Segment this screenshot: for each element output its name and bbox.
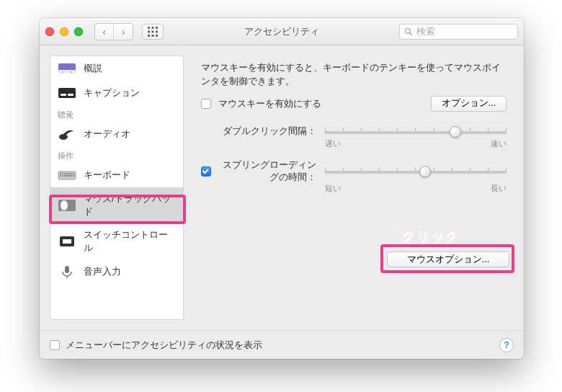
svg-rect-21 (62, 173, 63, 174)
spring-label: スプリングローディングの時間： (215, 159, 316, 184)
svg-rect-35 (63, 239, 71, 244)
sidebar-item-label: 音声入力 (84, 265, 121, 278)
close-button[interactable] (45, 27, 54, 36)
menubar-status-label: メニューバーにアクセシビリティの状況を表示 (66, 339, 262, 352)
svg-rect-31 (73, 175, 74, 177)
switch-icon (58, 234, 76, 249)
annotation-click: クリック (401, 227, 459, 246)
menubar-status-checkbox[interactable] (50, 340, 60, 350)
sidebar-item-keyboard[interactable]: キーボード (50, 163, 183, 187)
sidebar-item-captions[interactable]: キャプション (50, 81, 183, 105)
double-click-row: ダブルクリック間隔： (201, 125, 507, 139)
svg-rect-24 (68, 173, 70, 174)
mouse-icon (58, 198, 76, 213)
mousekeys-description: マウスキーを有効にすると、キーボードのテンキーを使ってマウスポインタを制御できま… (201, 61, 507, 89)
microphone-icon (58, 264, 76, 279)
svg-rect-17 (68, 94, 73, 96)
svg-rect-36 (65, 266, 69, 273)
svg-rect-25 (71, 173, 72, 174)
svg-rect-20 (60, 173, 61, 174)
window-controls (45, 27, 83, 36)
spring-row: スプリングローディングの時間： (201, 159, 507, 184)
slow-label: 遅い (325, 139, 341, 149)
minimize-button[interactable] (60, 27, 68, 36)
sidebar-item-label: キャプション (84, 86, 140, 99)
sidebar-item-mouse-trackpad[interactable]: マウス/トラックパッド (50, 187, 183, 223)
sidebar-item-audio[interactable]: オーディオ (50, 122, 183, 146)
sidebar-item-label: マウス/トラックパッド (84, 192, 176, 218)
sidebar-item-label: 概説 (84, 62, 102, 75)
svg-rect-6 (148, 35, 150, 37)
sidebar-item-general[interactable]: 概説 (50, 56, 183, 81)
double-click-sublabels: 遅い 速い (325, 139, 507, 149)
svg-rect-29 (64, 175, 70, 177)
svg-rect-0 (148, 27, 150, 29)
category-sidebar: 概説 キャプション 聴覚 オーディオ 操作 (50, 55, 184, 320)
svg-rect-23 (66, 173, 68, 174)
svg-line-10 (410, 32, 412, 35)
sidebar-group-interact: 操作 (50, 146, 183, 163)
svg-point-18 (59, 134, 68, 140)
help-button[interactable]: ? (499, 338, 514, 352)
sidebar-item-label: スイッチコントロール (84, 228, 176, 254)
svg-rect-7 (152, 35, 154, 37)
svg-rect-5 (156, 30, 158, 32)
search-icon (404, 27, 413, 36)
short-label: 短い (325, 184, 341, 194)
show-all-button[interactable] (142, 24, 164, 40)
svg-rect-27 (60, 175, 61, 177)
mousekeys-row: マウスキーを有効にする オプション... (201, 96, 507, 112)
spring-checkbox[interactable] (201, 166, 211, 177)
svg-rect-30 (71, 175, 72, 177)
svg-rect-16 (61, 94, 66, 96)
nav-buttons: ‹ › (94, 23, 133, 40)
svg-rect-3 (148, 30, 150, 32)
double-click-slider[interactable] (325, 125, 507, 139)
back-button[interactable]: ‹ (95, 24, 114, 40)
long-label: 長い (491, 184, 507, 194)
svg-rect-8 (156, 35, 158, 37)
keyboard-icon (58, 168, 76, 182)
sidebar-group-hearing: 聴覚 (50, 105, 183, 122)
mousekeys-options-button[interactable]: オプション... (431, 96, 507, 112)
general-icon (58, 61, 76, 76)
svg-point-33 (61, 200, 68, 210)
content-area: 概説 キャプション 聴覚 オーディオ 操作 (40, 45, 524, 330)
svg-rect-1 (152, 27, 154, 29)
search-placeholder: 検索 (416, 25, 435, 38)
sidebar-item-switch-control[interactable]: スイッチコントロール (50, 223, 183, 259)
mousekeys-checkbox[interactable] (201, 99, 211, 109)
svg-rect-26 (73, 173, 74, 174)
fast-label: 速い (491, 139, 507, 149)
svg-rect-22 (64, 173, 66, 174)
preferences-window: ‹ › アクセシビリティ 検索 (40, 18, 524, 359)
svg-rect-4 (152, 30, 154, 32)
window-title: アクセシビリティ (244, 25, 319, 38)
sidebar-item-label: オーディオ (84, 128, 130, 141)
svg-rect-15 (58, 88, 76, 98)
spring-slider[interactable] (325, 164, 507, 179)
zoom-button[interactable] (74, 27, 83, 36)
grid-icon (148, 27, 158, 37)
svg-rect-12 (58, 70, 76, 74)
svg-point-14 (71, 71, 73, 74)
spring-sublabels: 短い 長い (325, 184, 507, 194)
captions-icon (58, 86, 76, 100)
svg-point-13 (62, 71, 64, 74)
search-field[interactable]: 検索 (399, 24, 518, 40)
sidebar-item-label: キーボード (84, 169, 130, 182)
sidebar-item-dictation[interactable]: 音声入力 (50, 259, 183, 284)
titlebar: ‹ › アクセシビリティ 検索 (40, 18, 524, 45)
forward-button[interactable]: › (114, 24, 133, 40)
svg-rect-2 (156, 27, 158, 29)
double-click-label: ダブルクリック間隔： (201, 125, 316, 138)
settings-panel: マウスキーを有効にすると、キーボードのテンキーを使ってマウスポインタを制御できま… (194, 55, 514, 320)
footer: メニューバーにアクセシビリティの状況を表示 ? (40, 330, 524, 359)
audio-icon (58, 127, 76, 141)
mousekeys-label: マウスキーを有効にする (218, 97, 321, 110)
svg-rect-28 (62, 175, 63, 177)
mouse-options-button[interactable]: マウスオプション... (387, 251, 509, 267)
